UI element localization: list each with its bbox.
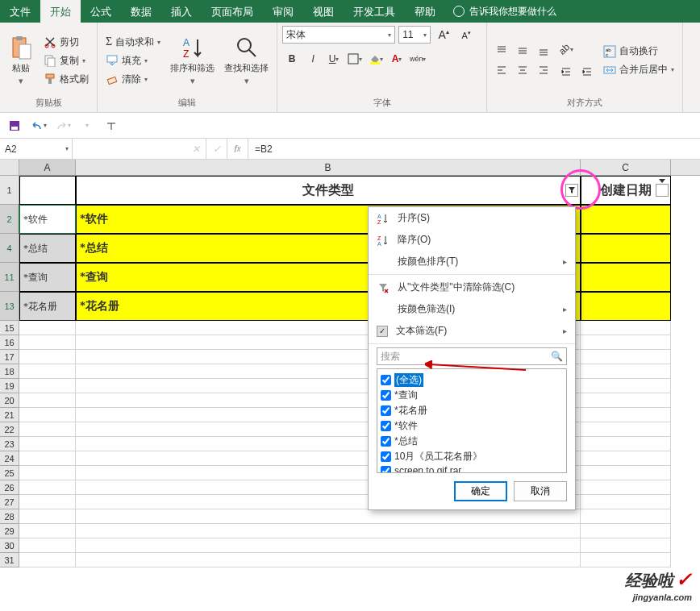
- save-button[interactable]: [5, 117, 24, 135]
- tab-insert[interactable]: 插入: [161, 0, 202, 23]
- cell[interactable]: [19, 553, 76, 567]
- cell[interactable]: [19, 524, 76, 538]
- cell[interactable]: [19, 437, 76, 451]
- sort-by-color[interactable]: 按颜色排序(T)▸: [369, 251, 575, 272]
- filter-search[interactable]: 搜索🔍: [377, 347, 567, 365]
- font-color-button[interactable]: A▾: [387, 50, 406, 68]
- row-header[interactable]: 4: [0, 234, 19, 263]
- redo-button[interactable]: ▾: [53, 117, 73, 135]
- cell[interactable]: [581, 263, 671, 292]
- cancel-button[interactable]: 取消: [514, 481, 567, 501]
- cell[interactable]: [19, 364, 76, 379]
- cell[interactable]: [19, 321, 76, 335]
- row-header[interactable]: 29: [0, 524, 19, 538]
- row-header[interactable]: 15: [0, 321, 19, 335]
- cell[interactable]: [581, 408, 671, 422]
- indent-dec[interactable]: [556, 63, 576, 81]
- cell[interactable]: [581, 335, 671, 350]
- cell[interactable]: [19, 379, 76, 393]
- check-item[interactable]: *总结: [381, 434, 563, 449]
- formula-input[interactable]: =B2: [248, 139, 700, 159]
- row-header[interactable]: 19: [0, 379, 19, 393]
- cell[interactable]: [19, 350, 76, 364]
- tab-dev[interactable]: 开发工具: [344, 0, 405, 23]
- row-header[interactable]: 17: [0, 350, 19, 364]
- filter-button-c[interactable]: [656, 184, 669, 197]
- col-header-a[interactable]: A: [19, 160, 76, 175]
- italic-button[interactable]: I: [303, 50, 323, 68]
- cell[interactable]: *软件: [19, 205, 76, 234]
- format-painter-button[interactable]: 格式刷: [40, 71, 92, 88]
- cell[interactable]: 文件类型: [76, 176, 581, 205]
- check-item[interactable]: *花名册: [381, 403, 563, 418]
- cell[interactable]: [19, 393, 76, 408]
- row-header[interactable]: 2: [0, 205, 19, 234]
- ok-button[interactable]: 确定: [454, 481, 507, 501]
- qat-more[interactable]: ▾: [77, 117, 97, 135]
- filter-button-b[interactable]: [565, 184, 578, 197]
- tab-view[interactable]: 视图: [303, 0, 344, 23]
- cell[interactable]: *花名册: [19, 292, 76, 321]
- align-middle[interactable]: [513, 42, 532, 60]
- cell[interactable]: [76, 538, 581, 553]
- fill-button[interactable]: 填充▾: [102, 52, 164, 69]
- cell[interactable]: [581, 553, 671, 567]
- select-all-corner[interactable]: [0, 160, 19, 175]
- tab-home[interactable]: 开始: [40, 0, 81, 23]
- row-header[interactable]: 11: [0, 263, 19, 292]
- cell[interactable]: [581, 393, 671, 408]
- row-header[interactable]: 24: [0, 451, 19, 466]
- cell[interactable]: [581, 292, 671, 321]
- cell[interactable]: [76, 509, 581, 524]
- row-header[interactable]: 26: [0, 480, 19, 495]
- shrink-font-button[interactable]: A▾: [456, 26, 476, 44]
- cell[interactable]: *总结: [19, 234, 76, 263]
- row-header[interactable]: 27: [0, 495, 19, 509]
- cell[interactable]: [76, 524, 581, 538]
- col-header-c[interactable]: C: [581, 160, 671, 175]
- tab-formula[interactable]: 公式: [81, 0, 121, 23]
- cell[interactable]: [581, 205, 671, 234]
- tab-review[interactable]: 审阅: [263, 0, 303, 23]
- enter-formula[interactable]: ✓: [206, 139, 227, 159]
- cell[interactable]: [19, 466, 76, 480]
- cell[interactable]: [581, 437, 671, 451]
- row-header[interactable]: 23: [0, 437, 19, 451]
- cell[interactable]: [581, 234, 671, 263]
- align-right[interactable]: [534, 61, 553, 79]
- row-header[interactable]: 30: [0, 538, 19, 553]
- cell[interactable]: [581, 379, 671, 393]
- qat-custom[interactable]: [102, 117, 121, 135]
- tab-layout[interactable]: 页面布局: [202, 0, 263, 23]
- check-all[interactable]: (全选): [381, 372, 563, 388]
- paste-button[interactable]: 粘贴 ▾: [5, 26, 37, 95]
- fill-color-button[interactable]: ▾: [366, 50, 385, 68]
- row-header[interactable]: 1: [0, 176, 19, 205]
- name-box[interactable]: A2▾: [0, 139, 73, 159]
- row-header[interactable]: 20: [0, 393, 19, 408]
- row-header[interactable]: 22: [0, 422, 19, 437]
- cell[interactable]: [581, 495, 671, 509]
- cell[interactable]: [19, 538, 76, 553]
- indent-inc[interactable]: [577, 63, 597, 81]
- fx-button[interactable]: fx: [227, 139, 248, 159]
- text-filter[interactable]: ✓文本筛选(F)▸: [369, 320, 575, 342]
- autosum-button[interactable]: Σ自动求和▾: [102, 34, 164, 51]
- cell[interactable]: [581, 451, 671, 466]
- cell[interactable]: [76, 553, 581, 567]
- row-header[interactable]: 16: [0, 335, 19, 350]
- cell[interactable]: [19, 480, 76, 495]
- check-item[interactable]: *软件: [381, 418, 563, 434]
- clear-filter[interactable]: 从"文件类型"中清除筛选(C): [369, 276, 575, 298]
- merge-center-button[interactable]: 合并后居中▾: [600, 61, 677, 78]
- cell[interactable]: [19, 422, 76, 437]
- wrap-text-button[interactable]: abc自动换行: [600, 43, 677, 60]
- copy-button[interactable]: 复制▾: [40, 52, 92, 69]
- cell[interactable]: [19, 408, 76, 422]
- row-header[interactable]: 18: [0, 364, 19, 379]
- cancel-formula[interactable]: ✕: [185, 139, 206, 159]
- phonetic-button[interactable]: wén▾: [408, 50, 427, 68]
- cell[interactable]: [581, 480, 671, 495]
- cell[interactable]: [19, 176, 76, 205]
- row-header[interactable]: 21: [0, 408, 19, 422]
